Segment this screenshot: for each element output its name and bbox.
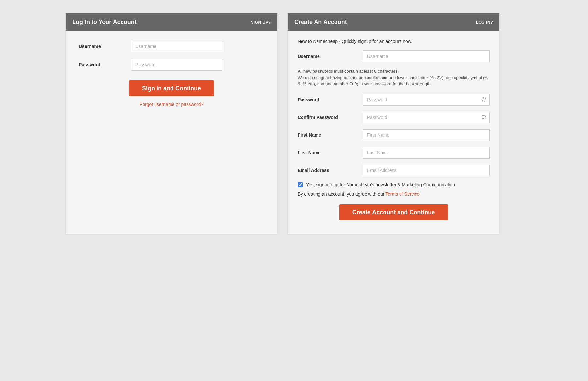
signup-password-input[interactable] [363,94,490,106]
first-name-label: First Name [298,132,363,138]
forgot-link[interactable]: Forgot username or password? [79,102,264,107]
login-panel: Log In to Your Account SIGN UP? Username… [65,13,278,234]
tos-text: By creating an account, you agree with o… [298,191,490,197]
confirm-password-wrapper: ⁒⁒ [363,112,490,123]
first-name-row: First Name [298,129,490,141]
tos-prefix: By creating an account, you agree with o… [298,191,385,197]
password-row: Password [79,59,264,71]
password-hint: All new passwords must contain at least … [298,68,490,87]
last-name-label: Last Name [298,150,363,155]
signup-password-row: Password ⁒⁒ [298,94,490,106]
signin-button[interactable]: Sign in and Continue [129,80,214,96]
signup-username-label: Username [298,54,363,59]
username-row: Username [79,41,264,52]
signup-intro: New to Namecheap? Quickly signup for an … [298,39,490,44]
signup-password-label: Password [298,97,363,102]
login-body: Username Password Sign in and Continue F… [66,31,277,120]
username-label: Username [79,44,131,49]
signup-title: Create An Account [294,19,347,26]
first-name-input[interactable] [363,129,490,141]
confirm-password-row: Confirm Password ⁒⁒ [298,112,490,123]
password-label: Password [79,62,131,67]
last-name-input[interactable] [363,147,490,159]
tos-link[interactable]: Terms of Service. [385,191,421,197]
signup-password-wrapper: ⁒⁒ [363,94,490,106]
confirm-password-input[interactable] [363,112,490,123]
login-title: Log In to Your Account [72,19,137,26]
confirm-password-label: Confirm Password [298,115,363,120]
confirm-password-eye-icon[interactable]: ⁒⁒ [482,114,486,120]
signup-username-input[interactable] [363,50,490,62]
email-input[interactable] [363,165,490,176]
login-password-input[interactable] [131,59,222,71]
email-row: Email Address [298,165,490,176]
email-label: Email Address [298,168,363,173]
signup-header: Create An Account LOG IN? [288,13,499,31]
newsletter-checkbox[interactable] [298,182,303,187]
page-container: Log In to Your Account SIGN UP? Username… [65,13,523,234]
create-account-button[interactable]: Create Account and Continue [339,204,448,220]
login-header: Log In to Your Account SIGN UP? [66,13,277,31]
newsletter-row: Yes, sign me up for Namecheap's newslett… [298,182,490,187]
password-eye-icon[interactable]: ⁒⁒ [482,96,486,103]
newsletter-label: Yes, sign me up for Namecheap's newslett… [306,182,455,187]
signup-panel: Create An Account LOG IN? New to Nameche… [287,13,500,234]
signup-username-row: Username [298,50,490,62]
signup-link[interactable]: SIGN UP? [251,20,271,25]
signup-body: New to Namecheap? Quickly signup for an … [288,31,499,234]
last-name-row: Last Name [298,147,490,159]
login-username-input[interactable] [131,41,222,52]
login-link[interactable]: LOG IN? [476,20,493,25]
